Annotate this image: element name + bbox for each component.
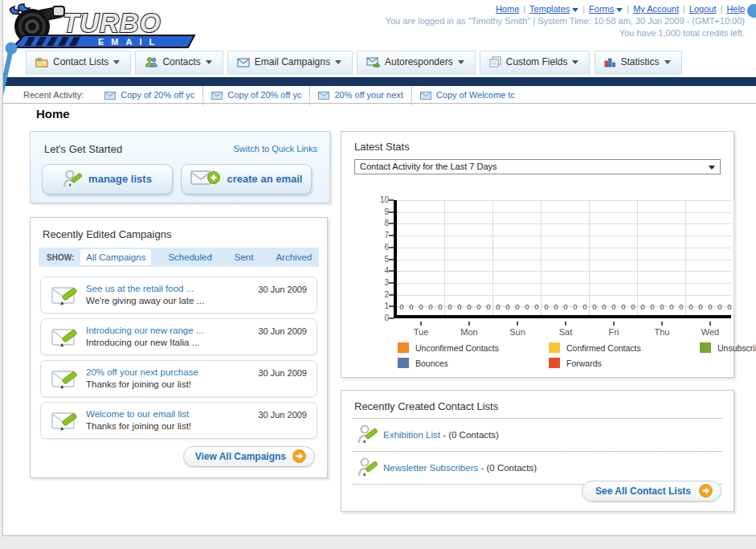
campaign-subtitle: Thanks for joining our list! xyxy=(86,379,191,389)
x-axis-day-label: Fri xyxy=(590,327,638,337)
chart-value-label: 0 xyxy=(648,302,657,311)
dotted-divider xyxy=(353,418,722,419)
recent-activity-item[interactable]: Copy of Welcome tc xyxy=(412,86,523,105)
campaign-date: 30 Jun 2009 xyxy=(258,285,307,294)
legend-item: Forwards xyxy=(549,358,700,369)
legend-swatch xyxy=(700,342,711,353)
chevron-down-icon xyxy=(709,166,715,170)
nav-help-link[interactable]: Help xyxy=(726,4,745,14)
campaign-row[interactable]: 20% off your next purchase Thanks for jo… xyxy=(40,360,317,397)
filter-archived[interactable]: Archived xyxy=(270,249,317,265)
recent-activity-bar: Recent Activity:Copy of 20% off ycCopy o… xyxy=(3,86,756,104)
nav-separator: | xyxy=(721,4,723,14)
chart-value-label: 0 xyxy=(551,302,561,311)
campaign-row[interactable]: Welcome to our email list Thanks for joi… xyxy=(40,402,317,439)
mail-icon xyxy=(211,88,223,105)
chart-value-label: 0 xyxy=(609,302,619,311)
nav-templates-link[interactable]: Templates xyxy=(529,4,570,14)
campaign-title-link[interactable]: 20% off your next purchase xyxy=(86,367,198,377)
chart-value-label: 0 xyxy=(416,302,426,311)
header-meta: Home|Templates|Forms|My Account|Logout|H… xyxy=(386,3,745,39)
chart-value-label: 0 xyxy=(397,302,407,311)
chart-value-label: 0 xyxy=(686,302,696,311)
recent-activity-item[interactable]: 20% off your next xyxy=(310,86,411,105)
tab-custom-fields[interactable]: Custom Fields xyxy=(480,51,590,75)
chart-value-label: 0 xyxy=(493,302,503,311)
campaign-title-link[interactable]: Introducing our new range ... xyxy=(86,326,203,335)
manage-lists-button[interactable]: manage lists xyxy=(42,164,173,195)
tab-autoresponders[interactable]: Autoresponders xyxy=(357,51,476,75)
campaign-title-link[interactable]: Welcome to our email list xyxy=(86,409,189,419)
recent-activity-link[interactable]: Copy of 20% off yc xyxy=(121,90,194,100)
chart-value-label: 0 xyxy=(474,302,484,311)
filter-scheduled[interactable]: Scheduled xyxy=(162,249,217,265)
get-started-title: Let's Get Started xyxy=(44,143,122,155)
legend-item: Unsubscribes xyxy=(700,342,756,354)
recent-activity-link[interactable]: Copy of 20% off yc xyxy=(227,90,301,100)
chart-value-label: 0 xyxy=(541,302,551,311)
y-axis-tick-label: 1 xyxy=(370,301,389,310)
see-all-contact-lists-button[interactable]: See All Contact Lists xyxy=(582,481,721,502)
x-axis-day-label: Mon xyxy=(445,327,493,337)
campaign-title-link[interactable]: See us at the retail food ... xyxy=(86,284,194,293)
chart-value-label: 0 xyxy=(619,302,628,311)
dotted-divider xyxy=(353,451,722,452)
legend-item: Confirmed Contacts xyxy=(549,342,700,354)
view-all-campaigns-button[interactable]: View All Campaigns xyxy=(183,446,315,467)
chart-value-label: 0 xyxy=(705,302,715,311)
chart-value-label: 0 xyxy=(725,302,734,311)
switch-quick-links[interactable]: Switch to Quick Links xyxy=(233,144,317,154)
navy-divider-bar xyxy=(3,77,756,86)
recent-activity-link[interactable]: Copy of Welcome tc xyxy=(436,90,515,100)
chevron-down-icon xyxy=(572,8,578,12)
campaign-row[interactable]: Introducing our new range ... Introducin… xyxy=(40,318,317,355)
nav-home-link[interactable]: Home xyxy=(496,4,519,14)
latest-stats-title: Latest Stats xyxy=(354,141,410,153)
nav-separator: | xyxy=(582,4,585,14)
nav-my-account-link[interactable]: My Account xyxy=(633,4,679,14)
help-bubble-icon[interactable] xyxy=(747,4,756,18)
contact-list-count: - (0 Contacts) xyxy=(443,430,499,440)
x-axis-day-label: Sat xyxy=(541,327,590,337)
y-axis-tick-label: 3 xyxy=(370,278,389,287)
person-pencil-icon xyxy=(358,424,378,446)
chart-value-label: 0 xyxy=(590,302,599,311)
filter-sent[interactable]: Sent xyxy=(229,249,259,265)
filter-all-campaigns[interactable]: All Campaigns xyxy=(80,249,151,265)
tab-statistics[interactable]: Statistics xyxy=(595,51,682,75)
contact-list-name-link[interactable]: Exhibition List xyxy=(383,430,440,440)
header: TURBO EMAIL Home|Templates|Forms|My Acco… xyxy=(3,0,756,50)
legend-label: Bounces xyxy=(415,358,448,368)
create-email-label: create an email xyxy=(227,173,303,185)
logo-graphic: TURBO EMAIL xyxy=(8,2,209,49)
campaign-subtitle: We're giving away our late ... xyxy=(86,296,204,305)
campaign-row[interactable]: See us at the retail food ... We're givi… xyxy=(40,277,317,313)
y-axis-tick-label: 7 xyxy=(370,231,389,240)
tab-contacts[interactable]: Contacts xyxy=(135,51,223,75)
contact-lists-title: Recently Created Contact Lists xyxy=(354,400,498,412)
svg-text:TURBO: TURBO xyxy=(63,8,161,38)
tab-label: Custom Fields xyxy=(506,56,568,68)
campaign-filterbar: SHOW:All CampaignsScheduledSentArchived xyxy=(39,248,319,267)
chart-value-label: 0 xyxy=(628,302,638,311)
y-axis-tick-label: 5 xyxy=(370,255,389,264)
nav-forms-link[interactable]: Forms xyxy=(589,4,614,14)
contact-list-name-link[interactable]: Newsletter Subscribers xyxy=(383,463,478,473)
nav-logout-link[interactable]: Logout xyxy=(689,4,717,14)
turbo-email-logo: TURBO EMAIL xyxy=(8,2,209,51)
contact-list-text: Newsletter Subscribers - (0 Contacts) xyxy=(383,463,537,473)
campaign-date: 30 Jun 2009 xyxy=(258,410,307,420)
stats-dropdown[interactable]: Contact Activity for the Last 7 Days xyxy=(354,159,721,174)
chart-value-label: 0 xyxy=(407,302,416,311)
recent-activity-item[interactable]: Copy of 20% off yc xyxy=(203,86,310,105)
create-email-button[interactable]: create an email xyxy=(181,164,312,195)
tab-contact-lists[interactable]: Contact Lists xyxy=(26,51,131,75)
campaign-subtitle: Thanks for joining our list! xyxy=(86,421,191,431)
recent-activity-link[interactable]: 20% off your next xyxy=(334,90,403,100)
recent-activity-item[interactable]: Copy of 20% off yc xyxy=(96,86,203,105)
show-label: SHOW: xyxy=(47,253,74,262)
chart-value-label: 0 xyxy=(426,302,435,311)
chevron-down-icon xyxy=(113,60,120,64)
tab-email-campaigns[interactable]: Email Campaigns xyxy=(227,51,353,75)
chart-value-label: 0 xyxy=(435,302,445,311)
